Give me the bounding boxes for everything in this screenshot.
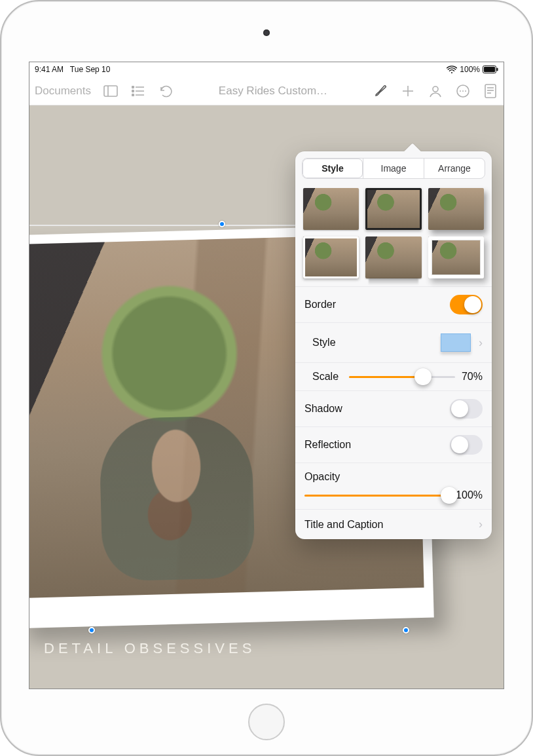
style-preset-3[interactable]	[428, 188, 484, 230]
page-heading-text: DETAIL OBSESSIVES	[44, 640, 255, 657]
border-row: Border	[295, 286, 492, 322]
tab-arrange[interactable]: Arrange	[424, 159, 485, 178]
status-time: 9:41 AM Tue Sep 10	[35, 65, 110, 74]
resize-handle-top[interactable]	[219, 221, 225, 227]
status-bar: 9:41 AM Tue Sep 10 100%	[29, 62, 504, 77]
border-scale-label: Scale	[312, 371, 339, 383]
svg-point-17	[465, 90, 466, 92]
svg-rect-3	[104, 86, 117, 96]
style-presets-grid	[295, 185, 492, 286]
shadow-label: Shadow	[304, 403, 450, 415]
svg-point-15	[460, 90, 461, 92]
svg-point-7	[132, 90, 134, 92]
opacity-section: Opacity 100%	[295, 463, 492, 509]
document-title[interactable]: Easy Rides Custom…	[180, 85, 366, 98]
svg-rect-18	[485, 85, 496, 98]
status-time-text: 9:41 AM	[35, 65, 64, 74]
document-canvas[interactable]: DETAIL OBSESSIVES Style Image Arrange	[29, 105, 504, 689]
border-style-row[interactable]: Style ›	[295, 322, 492, 362]
ipad-device-frame: 9:41 AM Tue Sep 10 100% Documents	[0, 0, 533, 756]
more-ellipsis-icon[interactable]	[455, 83, 471, 99]
resize-handle-bottom-right[interactable]	[403, 627, 409, 633]
title-caption-row[interactable]: Title and Caption ›	[295, 509, 492, 539]
border-toggle[interactable]	[450, 295, 483, 314]
border-label: Border	[304, 299, 450, 311]
format-popover: Style Image Arrange Border	[295, 151, 492, 539]
chevron-right-icon: ›	[475, 518, 483, 531]
style-preset-5[interactable]	[365, 236, 421, 278]
format-tabs: Style Image Arrange	[302, 158, 485, 179]
insert-plus-icon[interactable]	[400, 83, 416, 99]
svg-point-13	[433, 86, 438, 92]
svg-point-16	[462, 90, 464, 92]
svg-rect-1	[484, 67, 495, 72]
reflection-toggle[interactable]	[450, 435, 483, 455]
style-preset-2[interactable]	[365, 188, 421, 230]
documents-back-button[interactable]: Documents	[35, 85, 91, 98]
outline-list-icon[interactable]	[130, 83, 146, 99]
status-date-text: Tue Sep 10	[70, 65, 111, 74]
reflection-row: Reflection	[295, 426, 492, 463]
sidebar-toggle-icon[interactable]	[103, 83, 119, 99]
reflection-label: Reflection	[304, 439, 450, 451]
battery-icon	[483, 66, 498, 73]
app-toolbar: Documents Easy Rides Custom…	[29, 77, 504, 105]
battery-percent: 100%	[460, 65, 480, 74]
shadow-row: Shadow	[295, 390, 492, 426]
document-settings-icon[interactable]	[483, 83, 498, 99]
tab-image[interactable]: Image	[363, 159, 424, 178]
style-preset-1[interactable]	[303, 188, 359, 230]
opacity-value: 100%	[456, 489, 483, 501]
format-brush-icon[interactable]	[373, 83, 388, 99]
svg-rect-2	[497, 68, 498, 71]
collaborate-icon[interactable]	[428, 83, 443, 99]
opacity-slider[interactable]	[304, 495, 449, 497]
screen: 9:41 AM Tue Sep 10 100% Documents	[29, 62, 504, 689]
opacity-label: Opacity	[304, 471, 483, 483]
shadow-toggle[interactable]	[450, 399, 483, 419]
border-scale-slider[interactable]	[349, 376, 455, 378]
style-preset-4[interactable]	[303, 236, 359, 278]
home-button[interactable]	[248, 704, 285, 740]
chevron-right-icon: ›	[475, 336, 483, 350]
border-style-label: Style	[312, 337, 437, 349]
border-scale-value: 70%	[462, 371, 483, 383]
title-caption-label: Title and Caption	[304, 519, 475, 531]
svg-point-9	[132, 94, 134, 96]
svg-point-5	[132, 86, 134, 88]
style-preset-6[interactable]	[428, 236, 484, 278]
front-camera	[263, 29, 270, 36]
tab-style[interactable]: Style	[303, 159, 363, 178]
border-style-swatch	[437, 331, 475, 354]
resize-handle-bottom-left[interactable]	[88, 627, 95, 633]
undo-icon[interactable]	[158, 83, 174, 99]
border-scale-row: Scale 70%	[295, 362, 492, 390]
wifi-icon	[447, 66, 457, 73]
